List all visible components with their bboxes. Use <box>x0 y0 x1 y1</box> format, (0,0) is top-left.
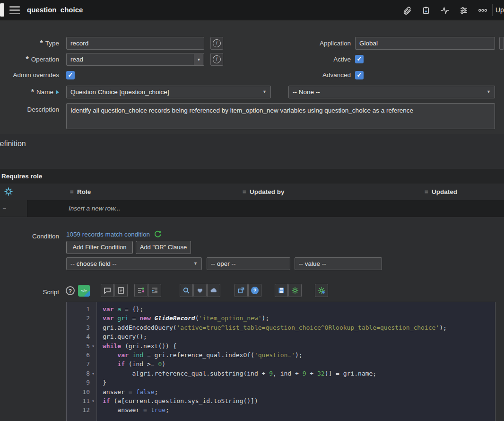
script-help-icon[interactable]: ? <box>248 284 261 297</box>
application-label: Application <box>284 37 351 50</box>
save-icon[interactable] <box>275 284 288 297</box>
column-menu-icon[interactable]: ≡ <box>70 188 74 195</box>
name-table-select[interactable]: Question Choice [question_choice] ▼ <box>66 86 271 98</box>
operator-select[interactable]: -- oper -- <box>207 257 290 270</box>
column-header-updated[interactable]: ≡Updated <box>425 184 457 200</box>
admin-overrides-checkbox[interactable]: ✓ <box>66 71 75 79</box>
refresh-icon[interactable] <box>154 230 162 238</box>
open-new-window-icon[interactable] <box>235 284 248 297</box>
chevron-down-icon: ▼ <box>262 86 267 98</box>
condition-label: Condition <box>0 230 59 243</box>
advanced-label: Advanced <box>284 69 351 81</box>
personalize-form-icon[interactable] <box>458 4 470 17</box>
help-icon[interactable]: ? <box>66 286 75 295</box>
search-icon[interactable] <box>180 284 193 297</box>
application-edge-button[interactable] <box>499 37 504 50</box>
more-options-icon[interactable] <box>477 4 489 17</box>
mandatory-indicator: * <box>40 39 43 47</box>
select-arrow-icon[interactable]: ▾ <box>194 54 203 65</box>
settings-gear-icon[interactable] <box>288 284 302 297</box>
table-row[interactable]: – Insert a new row... <box>0 200 504 217</box>
add-or-clause-button[interactable]: Add "OR" Clause <box>136 241 191 254</box>
activity-icon[interactable] <box>439 4 451 17</box>
advanced-checkbox[interactable]: ✓ <box>355 71 364 79</box>
requires-role-header: Requires role <box>0 169 504 184</box>
operation-info-button[interactable]: i <box>210 53 223 66</box>
name-expand-icon[interactable] <box>56 90 59 94</box>
header-divider <box>492 4 493 16</box>
script-field-icon: </> <box>78 285 90 297</box>
choose-field-select[interactable]: -- choose field -- ▼ <box>66 257 202 270</box>
active-label: Active <box>284 53 351 66</box>
script-debug-icon[interactable] <box>315 284 328 297</box>
insert-new-row[interactable]: Insert a new row... <box>69 200 121 217</box>
type-input[interactable]: record <box>66 37 204 50</box>
column-header-role[interactable]: ≡Role <box>70 184 91 200</box>
attachment-icon[interactable] <box>401 4 413 17</box>
column-menu-icon[interactable]: ≡ <box>243 188 246 195</box>
code-editor[interactable]: 12345▾678▾91011▾12 var a = {};var gri = … <box>66 302 495 421</box>
script-label: Script <box>0 286 59 298</box>
records-match-link[interactable]: 1059 records match condition <box>66 230 162 239</box>
add-filter-condition-button[interactable]: Add Filter Condition <box>66 241 133 254</box>
code-gutter[interactable]: 12345▾678▾91011▾12 <box>67 302 97 421</box>
code-lines[interactable]: var a = {};var gri = new GlideRecord('it… <box>97 302 495 421</box>
page-title: question_choice <box>27 0 83 20</box>
name-field-select[interactable]: -- None -- ▼ <box>288 86 495 98</box>
definition-section-title: Definition <box>0 140 26 148</box>
list-gear-icon[interactable] <box>4 187 13 198</box>
value-input[interactable]: -- value -- <box>295 257 382 270</box>
requires-role-label: Requires role <box>1 169 42 184</box>
clipboard-icon[interactable] <box>420 4 432 17</box>
update-button[interactable]: Update <box>495 0 504 20</box>
indent-icon[interactable] <box>148 284 161 297</box>
type-label: *Type <box>0 37 59 50</box>
type-info-button[interactable]: i <box>210 37 223 50</box>
active-checkbox[interactable]: ✓ <box>355 55 364 63</box>
column-menu-icon[interactable]: ≡ <box>425 188 428 195</box>
form-header: question_choice Update <box>0 0 504 20</box>
description-label: Description <box>0 103 59 114</box>
hamburger-menu-icon[interactable] <box>9 6 20 16</box>
description-textarea[interactable]: Identify all question_choice records bei… <box>66 103 495 129</box>
name-label: *Name <box>0 86 59 98</box>
chevron-down-icon: ▼ <box>487 86 491 98</box>
favorite-icon[interactable] <box>193 284 207 297</box>
column-header-updated-by[interactable]: ≡Updated by <box>243 184 284 200</box>
info-icon: i <box>213 55 221 63</box>
comment-icon[interactable] <box>101 284 114 297</box>
operation-select[interactable]: read ▾ <box>66 53 204 66</box>
document-icon[interactable] <box>114 284 128 297</box>
nav-edge <box>0 3 4 17</box>
acl-record-form: question_choice Update *Type record i Ap… <box>0 0 504 421</box>
cloud-icon[interactable] <box>207 284 220 297</box>
info-icon: i <box>213 39 221 47</box>
chevron-down-icon: ▼ <box>193 258 198 270</box>
row-selector-cell[interactable]: – <box>0 200 27 217</box>
admin-overrides-label: Admin overrides <box>0 69 59 81</box>
syntax-check-icon[interactable] <box>134 284 148 297</box>
role-list-header-row: ≡Role ≡Updated by ≡Updated <box>0 184 504 201</box>
operation-label: *Operation <box>0 53 59 66</box>
application-input[interactable]: Global <box>355 37 495 50</box>
